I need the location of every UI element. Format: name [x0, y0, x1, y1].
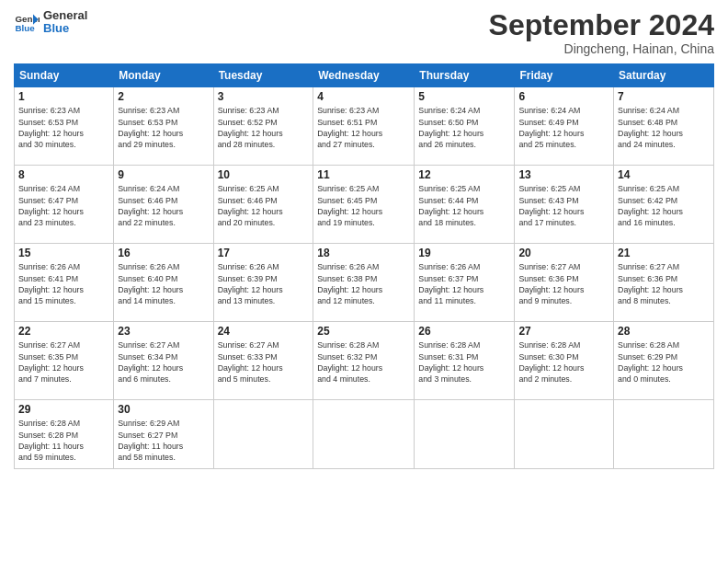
day-number: 6	[518, 90, 609, 103]
calendar-cell: 28Sunrise: 6:28 AM Sunset: 6:29 PM Dayli…	[614, 322, 714, 400]
calendar-cell: 9Sunrise: 6:24 AM Sunset: 6:46 PM Daylig…	[114, 166, 213, 244]
calendar-cell: 21Sunrise: 6:27 AM Sunset: 6:36 PM Dayli…	[614, 244, 714, 322]
day-number: 26	[418, 325, 510, 338]
logo-blue: Blue	[43, 22, 87, 35]
day-info: Sunrise: 6:27 AM Sunset: 6:35 PM Dayligh…	[18, 339, 109, 385]
svg-text:Blue: Blue	[15, 23, 35, 33]
day-info: Sunrise: 6:29 AM Sunset: 6:27 PM Dayligh…	[118, 418, 209, 463]
calendar-cell	[213, 400, 313, 469]
day-number: 8	[18, 168, 109, 181]
weekday-header: Wednesday	[313, 64, 415, 87]
day-number: 29	[18, 403, 109, 416]
calendar-cell: 23Sunrise: 6:27 AM Sunset: 6:34 PM Dayli…	[114, 322, 213, 400]
day-info: Sunrise: 6:23 AM Sunset: 6:51 PM Dayligh…	[317, 105, 410, 150]
day-info: Sunrise: 6:28 AM Sunset: 6:31 PM Dayligh…	[418, 339, 510, 385]
day-number: 19	[418, 247, 510, 259]
calendar-week-row: 8Sunrise: 6:24 AM Sunset: 6:47 PM Daylig…	[15, 166, 714, 244]
page: General Blue General Blue September 2024…	[0, 0, 728, 563]
calendar-cell: 7Sunrise: 6:24 AM Sunset: 6:48 PM Daylig…	[614, 87, 714, 166]
calendar-cell: 20Sunrise: 6:27 AM Sunset: 6:36 PM Dayli…	[515, 244, 614, 322]
day-number: 11	[317, 168, 410, 181]
day-number: 4	[317, 90, 410, 103]
day-number: 3	[218, 90, 310, 103]
calendar-cell: 3Sunrise: 6:23 AM Sunset: 6:52 PM Daylig…	[213, 87, 313, 166]
day-info: Sunrise: 6:26 AM Sunset: 6:38 PM Dayligh…	[317, 261, 410, 306]
day-info: Sunrise: 6:25 AM Sunset: 6:42 PM Dayligh…	[618, 183, 710, 228]
calendar-week-row: 29Sunrise: 6:28 AM Sunset: 6:28 PM Dayli…	[15, 400, 714, 469]
day-info: Sunrise: 6:23 AM Sunset: 6:53 PM Dayligh…	[118, 105, 209, 150]
day-number: 28	[618, 325, 710, 338]
day-number: 13	[518, 168, 609, 181]
weekday-header: Sunday	[15, 64, 114, 87]
day-info: Sunrise: 6:27 AM Sunset: 6:36 PM Dayligh…	[618, 261, 710, 306]
calendar-cell: 13Sunrise: 6:25 AM Sunset: 6:43 PM Dayli…	[515, 166, 614, 244]
month-title: September 2024	[489, 9, 714, 41]
day-number: 9	[118, 168, 209, 181]
day-number: 27	[518, 325, 609, 338]
calendar-cell: 6Sunrise: 6:24 AM Sunset: 6:49 PM Daylig…	[515, 87, 614, 166]
calendar-cell: 24Sunrise: 6:27 AM Sunset: 6:33 PM Dayli…	[213, 322, 313, 400]
day-info: Sunrise: 6:27 AM Sunset: 6:34 PM Dayligh…	[118, 339, 209, 385]
calendar-week-row: 22Sunrise: 6:27 AM Sunset: 6:35 PM Dayli…	[15, 322, 714, 400]
calendar-cell: 27Sunrise: 6:28 AM Sunset: 6:30 PM Dayli…	[515, 322, 614, 400]
calendar-cell: 29Sunrise: 6:28 AM Sunset: 6:28 PM Dayli…	[15, 400, 114, 469]
calendar-cell: 17Sunrise: 6:26 AM Sunset: 6:39 PM Dayli…	[213, 244, 313, 322]
calendar-cell: 22Sunrise: 6:27 AM Sunset: 6:35 PM Dayli…	[15, 322, 114, 400]
weekday-header: Tuesday	[213, 64, 313, 87]
calendar-cell: 8Sunrise: 6:24 AM Sunset: 6:47 PM Daylig…	[15, 166, 114, 244]
calendar-cell	[313, 400, 415, 469]
calendar-cell	[515, 400, 614, 469]
logo-icon: General Blue	[14, 9, 40, 35]
weekday-header: Monday	[114, 64, 213, 87]
calendar-cell: 30Sunrise: 6:29 AM Sunset: 6:27 PM Dayli…	[114, 400, 213, 469]
logo-general: General	[43, 9, 87, 22]
calendar-cell: 16Sunrise: 6:26 AM Sunset: 6:40 PM Dayli…	[114, 244, 213, 322]
day-info: Sunrise: 6:27 AM Sunset: 6:36 PM Dayligh…	[518, 261, 609, 306]
calendar-cell: 11Sunrise: 6:25 AM Sunset: 6:45 PM Dayli…	[313, 166, 415, 244]
calendar-cell: 1Sunrise: 6:23 AM Sunset: 6:53 PM Daylig…	[15, 87, 114, 166]
day-number: 23	[118, 325, 209, 338]
location: Dingcheng, Hainan, China	[489, 41, 714, 56]
day-info: Sunrise: 6:25 AM Sunset: 6:46 PM Dayligh…	[218, 183, 310, 228]
title-block: September 2024 Dingcheng, Hainan, China	[489, 9, 714, 56]
day-number: 17	[218, 247, 310, 259]
calendar-cell: 14Sunrise: 6:25 AM Sunset: 6:42 PM Dayli…	[614, 166, 714, 244]
day-info: Sunrise: 6:28 AM Sunset: 6:30 PM Dayligh…	[518, 339, 609, 385]
calendar-cell: 18Sunrise: 6:26 AM Sunset: 6:38 PM Dayli…	[313, 244, 415, 322]
calendar-cell: 10Sunrise: 6:25 AM Sunset: 6:46 PM Dayli…	[213, 166, 313, 244]
day-info: Sunrise: 6:25 AM Sunset: 6:45 PM Dayligh…	[317, 183, 410, 228]
day-info: Sunrise: 6:24 AM Sunset: 6:49 PM Dayligh…	[518, 105, 609, 150]
calendar-week-row: 1Sunrise: 6:23 AM Sunset: 6:53 PM Daylig…	[15, 87, 714, 166]
calendar-cell: 4Sunrise: 6:23 AM Sunset: 6:51 PM Daylig…	[313, 87, 415, 166]
day-number: 24	[218, 325, 310, 338]
day-number: 18	[317, 247, 410, 259]
day-info: Sunrise: 6:28 AM Sunset: 6:29 PM Dayligh…	[618, 339, 710, 385]
calendar-cell: 25Sunrise: 6:28 AM Sunset: 6:32 PM Dayli…	[313, 322, 415, 400]
day-info: Sunrise: 6:24 AM Sunset: 6:46 PM Dayligh…	[118, 183, 209, 228]
day-info: Sunrise: 6:26 AM Sunset: 6:39 PM Dayligh…	[218, 261, 310, 306]
day-info: Sunrise: 6:24 AM Sunset: 6:47 PM Dayligh…	[18, 183, 109, 228]
logo: General Blue General Blue	[14, 9, 87, 36]
day-info: Sunrise: 6:23 AM Sunset: 6:52 PM Dayligh…	[218, 105, 310, 150]
day-info: Sunrise: 6:28 AM Sunset: 6:32 PM Dayligh…	[317, 339, 410, 385]
day-number: 12	[418, 168, 510, 181]
calendar-cell: 26Sunrise: 6:28 AM Sunset: 6:31 PM Dayli…	[415, 322, 515, 400]
calendar-cell: 15Sunrise: 6:26 AM Sunset: 6:41 PM Dayli…	[15, 244, 114, 322]
header: General Blue General Blue September 2024…	[14, 9, 714, 56]
day-info: Sunrise: 6:24 AM Sunset: 6:50 PM Dayligh…	[418, 105, 510, 150]
day-number: 2	[118, 90, 209, 103]
day-info: Sunrise: 6:25 AM Sunset: 6:43 PM Dayligh…	[518, 183, 609, 228]
day-info: Sunrise: 6:25 AM Sunset: 6:44 PM Dayligh…	[418, 183, 510, 228]
day-number: 10	[218, 168, 310, 181]
calendar-cell: 5Sunrise: 6:24 AM Sunset: 6:50 PM Daylig…	[415, 87, 515, 166]
day-info: Sunrise: 6:27 AM Sunset: 6:33 PM Dayligh…	[218, 339, 310, 385]
day-number: 1	[18, 90, 109, 103]
day-info: Sunrise: 6:26 AM Sunset: 6:40 PM Dayligh…	[118, 261, 209, 306]
day-number: 5	[418, 90, 510, 103]
day-number: 16	[118, 247, 209, 259]
day-number: 25	[317, 325, 410, 338]
calendar-cell: 19Sunrise: 6:26 AM Sunset: 6:37 PM Dayli…	[415, 244, 515, 322]
day-number: 30	[118, 403, 209, 416]
day-number: 14	[618, 168, 710, 181]
day-info: Sunrise: 6:23 AM Sunset: 6:53 PM Dayligh…	[18, 105, 109, 150]
